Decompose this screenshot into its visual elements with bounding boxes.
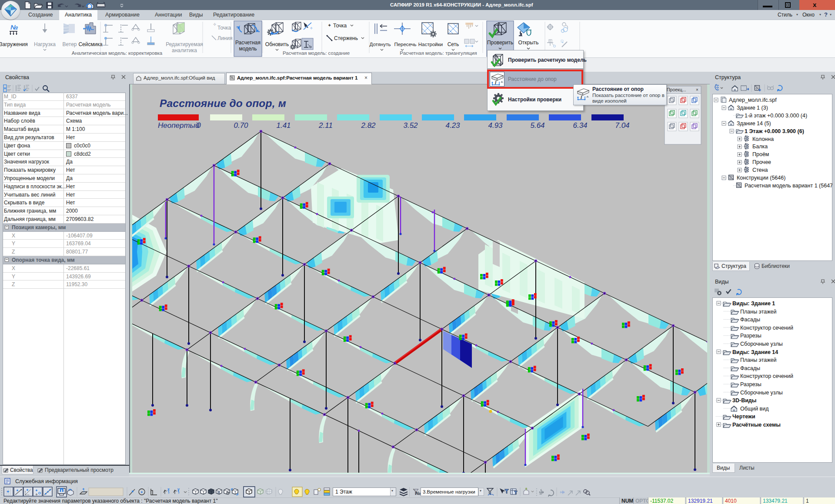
svg-text:Загружения: Загружения [0,41,28,47]
svg-text:Виды: Здание 1: Виды: Здание 1 [732,300,775,307]
svg-text:Общий вид: Общий вид [740,406,769,412]
svg-text:7.04: 7.04 [615,121,629,130]
svg-text:Колонна: Колонна [752,136,774,142]
svg-text:Расчетная: Расчетная [235,40,261,46]
svg-text:Прочее: Прочее [752,159,771,165]
svg-text:Точка: Точка [217,25,231,31]
svg-text:Планы этажей: Планы этажей [740,357,777,363]
svg-text:6.34: 6.34 [573,121,587,130]
svg-text:Проём: Проём [752,151,769,157]
svg-text:4.23: 4.23 [445,121,460,130]
svg-text:Виды: Здание 14: Виды: Здание 14 [732,349,778,355]
svg-text:Линия: Линия [217,35,232,41]
svg-text:Здание 1 (3): Здание 1 (3) [737,105,768,111]
svg-text:Обновить: Обновить [265,41,289,47]
svg-text:Расчетная модель: триангуляция: Расчетная модель: триангуляция [400,50,477,56]
svg-text:1 Этаж +0.000 3.900 (6): 1 Этаж +0.000 3.900 (6) [745,128,804,134]
svg-text:×: × [696,87,698,92]
svg-text:Конструктор сечений: Конструктор сечений [740,373,793,379]
svg-text:Разрезы: Разрезы [740,333,762,339]
svg-text:✦: ✦ [6,489,10,494]
svg-text:Расчетная модель вариант 1 (56: Расчетная модель вариант 1 (5647) [745,183,832,189]
svg-text:Фасады: Фасады [740,365,760,371]
svg-text:l: l [581,95,582,100]
svg-text:Пересечь: Пересечь [394,42,416,47]
svg-text:Настройки: Настройки [418,42,443,47]
svg-text:✦: ✦ [327,23,331,28]
svg-text:✧: ✧ [310,26,313,30]
svg-text:Аналитическая модель: корректи: Аналитическая модель: корректировка [72,50,163,56]
svg-text:3.52: 3.52 [403,121,418,130]
svg-text:✧: ✧ [213,22,217,27]
svg-text:Сборочные узлы: Сборочные узлы [740,390,783,396]
svg-text:Нагрузка: Нагрузка [34,41,56,47]
svg-text:№: № [10,23,18,31]
svg-text:Дотянуть: Дотянуть [370,42,391,47]
svg-text:модель: модель [239,46,257,52]
svg-text:✦: ✦ [16,488,19,493]
svg-text:Чертежи: Чертежи [732,414,755,420]
svg-text:Проекц...: Проекц... [667,87,686,92]
svg-text:Расчетная модель: создание: Расчетная модель: создание [283,50,350,56]
svg-text:l: l [495,80,497,85]
svg-text:Здание 14 (5): Здание 14 (5) [737,120,771,127]
svg-text:Балка: Балка [752,144,768,150]
svg-text:Фасады: Фасады [740,317,760,323]
svg-text:Сейсмика: Сейсмика [78,41,103,47]
svg-text:Стержень: Стержень [334,35,358,41]
svg-text:1-й этаж +0.000 3.000 (4): 1-й этаж +0.000 3.000 (4) [745,113,807,119]
svg-text:Открыть: Открыть [518,40,538,46]
svg-text:0.70: 0.70 [234,121,248,130]
svg-text:Сеть: Сеть [448,41,459,47]
svg-text:y: y [177,487,180,491]
svg-text:Адлер_молл.ifc.spf: Адлер_молл.ifc.spf [729,97,777,103]
svg-text:Точка: Точка [333,23,347,29]
svg-text:Ветер: Ветер [63,41,77,47]
svg-text:Конструкции (5646): Конструкции (5646) [737,175,785,181]
svg-text:1.41: 1.41 [276,121,291,130]
svg-text:✦: ✦ [35,488,38,493]
svg-text:аналитика: аналитика [172,47,197,53]
svg-text:2.11: 2.11 [318,121,333,130]
svg-text:Сборочные узлы: Сборочные узлы [740,341,783,347]
svg-text:4.93: 4.93 [488,121,503,130]
svg-text:Проверить: Проверить [487,40,513,46]
svg-text:Расстояние до опор, м: Расстояние до опор, м [160,97,286,109]
svg-text:3D-Виды: 3D-Виды [732,397,756,404]
svg-text:5.64: 5.64 [530,121,544,130]
svg-text:✦: ✦ [140,490,144,494]
svg-text:0: 0 [197,121,201,130]
svg-text:✦: ✦ [82,487,85,491]
svg-text:✦: ✦ [26,488,29,492]
svg-text:Разрезы: Разрезы [740,381,762,387]
svg-text:Стена: Стена [752,167,768,173]
svg-text:x: x [167,487,170,491]
svg-text:Конструктор сечений: Конструктор сечений [740,325,793,331]
svg-text:Редактируемая: Редактируемая [166,41,203,47]
svg-text:Неопертый: Неопертый [158,121,200,130]
svg-text:2.82: 2.82 [361,121,376,130]
svg-text:Планы этажей: Планы этажей [740,309,777,315]
svg-text:Расчётные схемы: Расчётные схемы [732,422,781,428]
